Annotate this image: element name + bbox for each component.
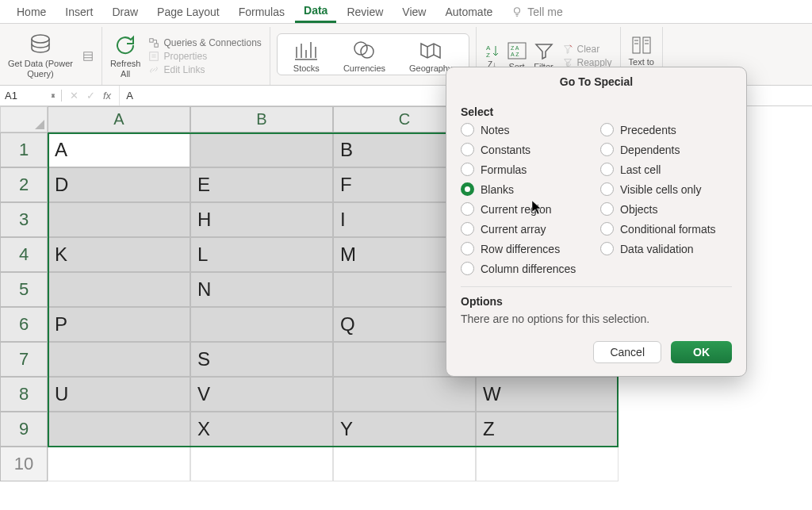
tab-review[interactable]: Review [338, 2, 392, 22]
cell-A5[interactable] [48, 272, 190, 307]
cancel-button[interactable]: Cancel [593, 341, 661, 363]
svg-text:Z A: Z A [511, 45, 519, 51]
row-head-2[interactable]: 2 [0, 167, 48, 202]
filter-icon [534, 40, 554, 61]
cell-B5[interactable]: N [190, 272, 333, 307]
col-head-A[interactable]: A [48, 106, 190, 132]
cell-B3[interactable]: H [190, 202, 333, 237]
cell-A9[interactable] [48, 412, 190, 447]
radio-data-validation[interactable]: Data validation [600, 242, 732, 255]
refresh-all-button[interactable]: Refresh All [110, 33, 141, 79]
svg-rect-3 [150, 38, 153, 41]
cell-A7[interactable] [48, 342, 190, 377]
cell-B8[interactable]: V [190, 377, 333, 412]
cell-B4[interactable]: L [190, 237, 333, 272]
ribbon-tabs: Home Insert Draw Page Layout Formulas Da… [0, 0, 812, 24]
radio-column-differences[interactable]: Column differences [461, 262, 592, 275]
radio-button-icon [461, 143, 474, 156]
cell-B9[interactable]: X [190, 412, 333, 447]
tab-pagelayout[interactable]: Page Layout [148, 2, 228, 22]
cell-A2[interactable]: D [48, 167, 190, 202]
row-head-3[interactable]: 3 [0, 202, 48, 237]
radio-button-icon [600, 202, 614, 216]
radio-label: Dependents [620, 144, 680, 156]
radio-button-icon [461, 123, 474, 136]
cell-B2[interactable]: E [190, 167, 333, 202]
tab-draw[interactable]: Draw [103, 2, 147, 22]
radio-formulas[interactable]: Formulas [461, 163, 592, 176]
radio-visible-cells-only[interactable]: Visible cells only [600, 182, 732, 196]
edit-links: Edit Links [148, 64, 261, 75]
radio-label: Conditional formats [620, 223, 716, 236]
cell-B7[interactable]: S [190, 342, 333, 377]
cell-C10[interactable] [333, 447, 476, 481]
refresh-icon [113, 33, 138, 58]
cell-A10[interactable] [48, 447, 190, 481]
cell-A3[interactable] [48, 202, 190, 237]
cell-A6[interactable]: P [48, 307, 190, 342]
radio-button-icon [461, 222, 474, 236]
tab-insert[interactable]: Insert [56, 2, 102, 22]
get-data-button[interactable]: Get Data (Power Query) [8, 33, 73, 79]
radio-row-differences[interactable]: Row differences [461, 242, 592, 255]
stocks-type[interactable]: Stocks [293, 39, 320, 74]
row-head-7[interactable]: 7 [0, 342, 48, 377]
row-head-4[interactable]: 4 [0, 237, 48, 272]
row-head-5[interactable]: 5 [0, 272, 48, 307]
stocks-icon [293, 39, 319, 61]
cell-A4[interactable]: K [48, 237, 190, 272]
cell-C8[interactable] [333, 377, 476, 412]
tab-home[interactable]: Home [8, 2, 55, 22]
radio-conditional-formats[interactable]: Conditional formats [600, 222, 732, 236]
radio-objects[interactable]: Objects [600, 202, 732, 216]
radio-current-region[interactable]: Current region [461, 202, 592, 216]
radio-last-cell[interactable]: Last cell [600, 163, 732, 176]
row-head-9[interactable]: 9 [0, 412, 48, 447]
dialog-title: Go To Special [446, 67, 746, 93]
svg-rect-14 [643, 37, 650, 53]
row-head-6[interactable]: 6 [0, 307, 48, 342]
radio-button-icon [600, 123, 614, 136]
currencies-type[interactable]: Currencies [343, 39, 385, 74]
tab-data[interactable]: Data [295, 0, 336, 23]
cancel-formula-icon[interactable]: ✕ [70, 90, 79, 102]
fx-icon[interactable]: fx [103, 90, 111, 102]
cell-B6[interactable] [190, 307, 333, 342]
radio-constants[interactable]: Constants [461, 143, 592, 156]
ok-button[interactable]: OK [671, 341, 732, 363]
queries-connections[interactable]: Queries & Connections [148, 37, 261, 48]
radio-button-icon [600, 182, 614, 196]
tab-view[interactable]: View [393, 2, 435, 22]
cell-D9[interactable]: Z [476, 412, 619, 447]
radio-notes[interactable]: Notes [461, 123, 592, 136]
cell-B1[interactable] [190, 132, 333, 167]
name-box[interactable]: A1 ▲▼ [0, 90, 62, 102]
cell-C9[interactable]: Y [333, 412, 476, 447]
data-types-gallery[interactable]: Stocks Currencies Geography [277, 33, 469, 76]
radio-label: Data validation [620, 243, 694, 255]
cell-D8[interactable]: W [476, 377, 619, 412]
cell-A8[interactable]: U [48, 377, 190, 412]
radio-precedents[interactable]: Precedents [600, 123, 732, 136]
row-head-10[interactable]: 10 [0, 447, 48, 481]
tab-formulas[interactable]: Formulas [230, 2, 293, 22]
cell-A1[interactable]: A [48, 132, 190, 167]
tab-automate[interactable]: Automate [436, 2, 501, 22]
radio-dependents[interactable]: Dependents [600, 143, 732, 156]
radio-current-array[interactable]: Current array [461, 222, 592, 236]
tell-me[interactable]: Tell me [503, 2, 571, 22]
cell-D10[interactable] [476, 447, 619, 481]
cell-B10[interactable] [190, 447, 333, 481]
enter-formula-icon[interactable]: ✓ [86, 90, 95, 102]
row-head-1[interactable]: 1 [0, 132, 48, 167]
select-all-corner[interactable] [0, 106, 48, 132]
col-head-B[interactable]: B [190, 106, 333, 132]
currencies-icon [351, 39, 377, 61]
svg-point-0 [515, 7, 520, 13]
mini-icon[interactable] [82, 51, 94, 62]
sort-az[interactable]: AZ Z↓ [485, 43, 500, 70]
row-head-8[interactable]: 8 [0, 377, 48, 412]
properties: Properties [148, 51, 261, 62]
radio-button-icon [600, 242, 614, 255]
radio-blanks[interactable]: Blanks [461, 182, 592, 196]
